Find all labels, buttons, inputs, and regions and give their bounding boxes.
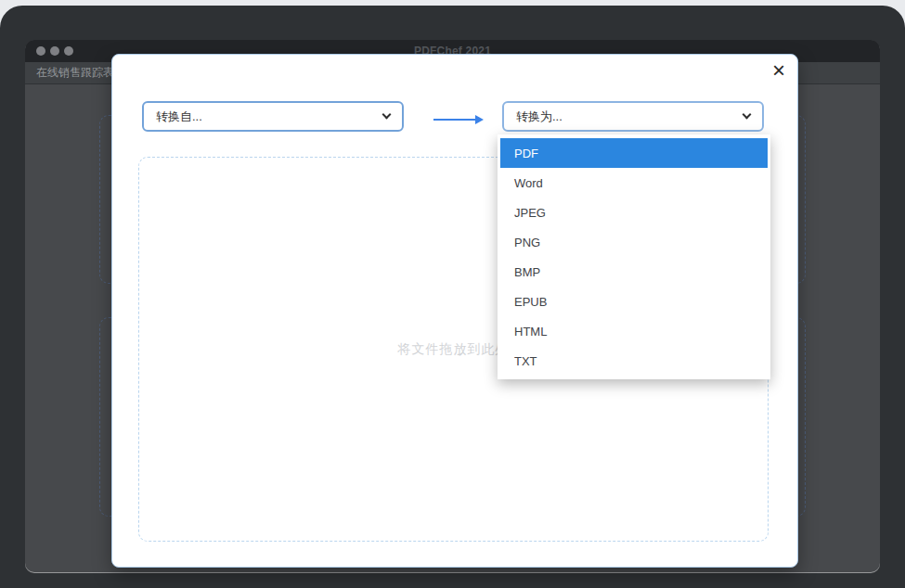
- minimize-window-icon[interactable]: [50, 46, 59, 56]
- chevron-down-icon: [382, 110, 392, 120]
- convert-to-value: 转换为...: [516, 109, 562, 125]
- menu-item-pdf[interactable]: PDF: [500, 138, 768, 168]
- convert-from-value: 转换自...: [156, 109, 202, 125]
- menu-item-txt[interactable]: TXT: [500, 346, 768, 376]
- convert-to-select[interactable]: 转换为...: [502, 101, 764, 132]
- convert-dialog: × 转换自... 转换为... 将文件拖放到此处 PDF Word JPEG P…: [111, 54, 798, 568]
- menu-item-jpeg[interactable]: JPEG: [500, 198, 768, 227]
- zoom-window-icon[interactable]: [64, 46, 73, 56]
- menu-item-html[interactable]: HTML: [500, 316, 768, 346]
- right-arrow-icon: [433, 115, 484, 124]
- dropzone-placeholder: 将文件拖放到此处: [398, 341, 510, 358]
- convert-from-select[interactable]: 转换自...: [142, 101, 404, 132]
- menu-item-word[interactable]: Word: [500, 168, 768, 198]
- menu-item-epub[interactable]: EPUB: [500, 287, 768, 316]
- format-menu: PDF Word JPEG PNG BMP EPUB HTML TXT: [498, 134, 770, 379]
- chevron-down-icon: [743, 110, 752, 120]
- menu-item-bmp[interactable]: BMP: [500, 257, 768, 287]
- close-icon[interactable]: ×: [772, 58, 785, 83]
- close-window-icon[interactable]: [36, 46, 45, 56]
- traffic-lights: [36, 46, 73, 56]
- tab-document[interactable]: 在线销售跟踪表: [36, 65, 114, 81]
- menu-item-png[interactable]: PNG: [500, 227, 768, 257]
